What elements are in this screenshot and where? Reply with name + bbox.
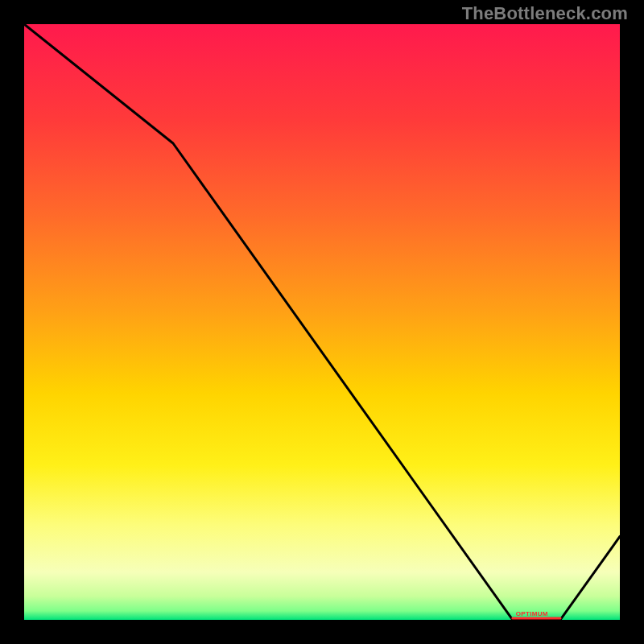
chart-container: TheBottleneck.com <box>0 0 644 644</box>
plot-area: OPTIMUM <box>24 24 620 620</box>
bottleneck-curve <box>24 24 620 620</box>
optimal-label: OPTIMUM <box>516 610 548 617</box>
curve-layer <box>24 24 620 620</box>
watermark-text: TheBottleneck.com <box>462 3 628 24</box>
